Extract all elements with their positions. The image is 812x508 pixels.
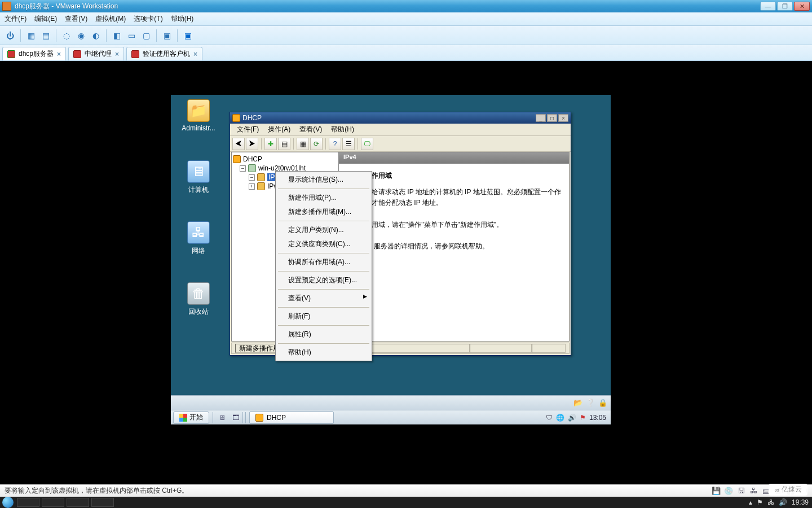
mmc-minimize-button[interactable]: _: [536, 114, 546, 122]
tab-dhcp-server[interactable]: dhcp服务器 ×: [2, 47, 66, 60]
fullscreen-icon[interactable]: ▣: [181, 29, 195, 42]
collapse-icon[interactable]: –: [240, 165, 246, 172]
menu-tabs[interactable]: 选项卡(T): [134, 14, 162, 24]
detail-body: 添加一个作用域 是指分配给请求动态 IP 地址的计算机的 IP 地址范围。您必须…: [339, 164, 569, 341]
lock-icon[interactable]: 🔒: [598, 398, 607, 407]
show-hide-tree-icon[interactable]: ▤: [278, 138, 290, 150]
add-icon[interactable]: ✚: [264, 138, 277, 150]
context-menu-item[interactable]: 定义供应商类别(C)...: [277, 237, 370, 251]
desktop-icon-administrator[interactable]: 📁 Administr...: [178, 99, 219, 132]
snapshot-manager-icon[interactable]: ◐: [89, 29, 103, 42]
tab-close-icon[interactable]: ×: [57, 50, 61, 58]
context-menu-item[interactable]: 新建多播作用域(M)...: [277, 205, 370, 219]
start-button[interactable]: 开始: [173, 411, 209, 424]
menu-vm[interactable]: 虚拟机(M): [95, 14, 126, 24]
expand-icon[interactable]: +: [249, 183, 255, 190]
dhcp-icon: [232, 114, 240, 122]
maximize-button[interactable]: ❐: [777, 2, 793, 11]
folder-icon[interactable]: 📂: [573, 398, 582, 407]
menu-file[interactable]: 文件(F): [5, 14, 27, 24]
menu-view[interactable]: 查看(V): [65, 14, 87, 24]
refresh-icon[interactable]: ⟳: [310, 138, 323, 150]
library-icon[interactable]: ▤: [39, 29, 52, 42]
quicklaunch-server-manager-icon[interactable]: 🖥: [217, 412, 228, 423]
sound-tray-icon[interactable]: 🔊: [568, 414, 576, 422]
tab-close-icon[interactable]: ×: [193, 50, 197, 58]
forward-icon[interactable]: ⮞: [246, 138, 258, 150]
network-tray-icon[interactable]: 🌐: [556, 414, 564, 422]
export-icon[interactable]: ▦: [297, 138, 309, 150]
security-icon[interactable]: 🛡: [546, 414, 553, 422]
tree-root[interactable]: DHCP: [233, 155, 337, 164]
monitor-icon[interactable]: 🖵: [361, 138, 373, 150]
desktop-icon-recycle-bin[interactable]: 🗑 回收站: [178, 282, 219, 317]
vmware-toolbar: ⏻ ▦ ▤ ◌ ◉ ◐ ◧ ▭ ▢ ▣ ▣: [0, 26, 812, 45]
floppy-icon[interactable]: 🖫: [736, 487, 745, 495]
back-icon[interactable]: ⮜: [232, 138, 245, 150]
host-start-button[interactable]: [2, 497, 14, 508]
context-menu-item[interactable]: 刷新(F): [277, 309, 370, 323]
context-menu-item[interactable]: 帮助(H): [277, 345, 370, 360]
host-task-folder[interactable]: [67, 498, 89, 507]
vm-running-icon: [7, 50, 15, 58]
snapshot-icon[interactable]: ◌: [60, 29, 73, 42]
menu-help[interactable]: 帮助(H): [171, 14, 194, 24]
vmware-tabs: dhcp服务器 × 中继代理 × 验证使用客户机 ×: [0, 45, 812, 61]
console-icon[interactable]: ▣: [160, 29, 174, 42]
guest-desktop[interactable]: 📁 Administr... 🖥 计算机 🖧 网络 🗑 回收站 DHCP _ □…: [171, 95, 611, 424]
help-icon[interactable]: ?: [329, 138, 341, 150]
close-button[interactable]: ✕: [794, 2, 810, 11]
host-system-tray[interactable]: ▴ ⚑ 🖧 🔊 19:39: [749, 498, 812, 506]
vm-viewport[interactable]: 📁 Administr... 🖥 计算机 🖧 网络 🗑 回收站 DHCP _ □…: [0, 61, 812, 484]
help-icon[interactable]: ❔: [586, 398, 595, 407]
desktop-icon-computer[interactable]: 🖥 计算机: [178, 160, 219, 195]
snapshot-revert-icon[interactable]: ◉: [74, 29, 88, 42]
menu-edit[interactable]: 编辑(E): [34, 14, 57, 24]
tray-network-icon[interactable]: 🖧: [767, 498, 774, 506]
tray-sound-icon[interactable]: 🔊: [779, 498, 787, 506]
context-menu-item[interactable]: 设置预定义的选项(E)...: [277, 273, 370, 287]
tray-chevron-icon[interactable]: ▴: [749, 498, 752, 506]
tab-view-icon[interactable]: ▦: [24, 29, 38, 42]
mmc-menu-help[interactable]: 帮助(H): [328, 124, 358, 135]
mmc-titlebar[interactable]: DHCP _ □ ×: [230, 112, 571, 124]
desktop-icon-network[interactable]: 🖧 网络: [178, 221, 219, 256]
tab-relay-agent[interactable]: 中继代理 ×: [68, 47, 124, 60]
host-task-explorer[interactable]: [42, 498, 64, 507]
context-menu-item[interactable]: 新建作用域(P)...: [277, 191, 370, 205]
tab-client[interactable]: 验证使用客户机 ×: [126, 47, 202, 60]
collapse-icon[interactable]: –: [249, 174, 255, 181]
cd-icon[interactable]: 💿: [724, 487, 733, 495]
context-menu-item[interactable]: 查看(V): [277, 291, 370, 305]
context-menu-item[interactable]: 属性(R): [277, 327, 370, 341]
properties-icon[interactable]: ☰: [342, 138, 355, 150]
tab-close-icon[interactable]: ×: [115, 50, 119, 58]
unity-icon[interactable]: ▭: [125, 29, 138, 42]
guest-system-tray-strip: 📂 ❔ 🔒: [171, 395, 611, 410]
dhcp-mmc-window[interactable]: DHCP _ □ × 文件(F) 操作(A) 查看(V) 帮助(H) ⮜ ⮞ ✚…: [230, 112, 571, 356]
task-label: DHCP: [267, 414, 286, 422]
mmc-maximize-button[interactable]: □: [547, 114, 557, 122]
mmc-menu-file[interactable]: 文件(F): [233, 124, 262, 135]
guest-system-tray[interactable]: 🛡 🌐 🔊 ⚑ 13:05: [541, 414, 611, 422]
minimize-button[interactable]: —: [760, 2, 776, 11]
host-task-word[interactable]: [91, 498, 114, 507]
context-menu-item[interactable]: 显示统计信息(S)...: [277, 173, 370, 187]
taskbar-item-dhcp[interactable]: DHCP: [249, 411, 334, 424]
context-menu[interactable]: 显示统计信息(S)...新建作用域(P)...新建多播作用域(M)...定义用户…: [275, 171, 372, 361]
mmc-menu-view[interactable]: 查看(V): [296, 124, 325, 135]
mmc-menu-action[interactable]: 操作(A): [264, 124, 294, 135]
icon-label: 回收站: [178, 307, 219, 317]
host-task-ie[interactable]: [17, 498, 39, 507]
tray-flag-icon[interactable]: ⚑: [757, 498, 763, 506]
context-menu-item[interactable]: 协调所有作用域(A)...: [277, 255, 370, 269]
thumbnail-icon[interactable]: ▢: [139, 29, 153, 42]
power-on-icon[interactable]: ⏻: [3, 29, 17, 42]
quicklaunch-explorer-icon[interactable]: 🗔: [230, 412, 241, 423]
action-center-icon[interactable]: ⚑: [580, 414, 586, 422]
nic-icon[interactable]: 🖧: [749, 487, 758, 495]
split-icon[interactable]: ◧: [110, 29, 123, 42]
hdd-icon[interactable]: 💾: [712, 487, 721, 495]
context-menu-item[interactable]: 定义用户类别(N)...: [277, 223, 370, 237]
mmc-close-button[interactable]: ×: [558, 114, 568, 122]
